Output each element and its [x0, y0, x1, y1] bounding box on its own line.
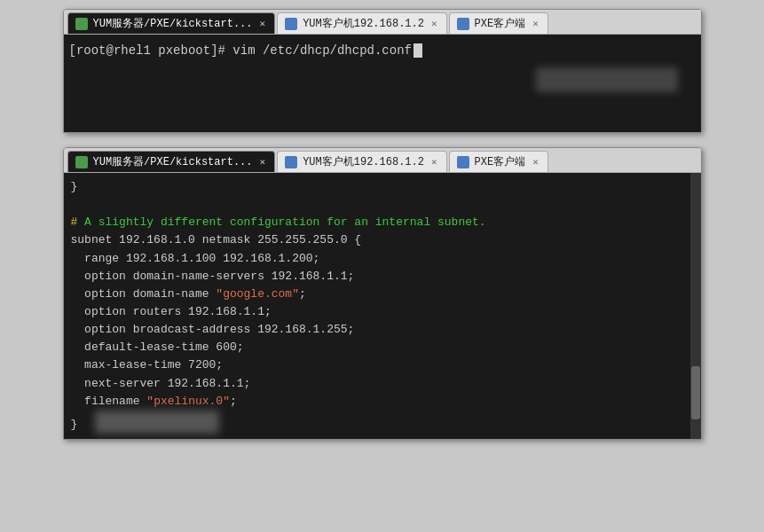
close-tab-3[interactable]: ✕: [532, 18, 539, 29]
close-tab-6[interactable]: ✕: [532, 156, 539, 168]
blurred-content-2: [95, 411, 219, 434]
code-line-next-server: next-server 192.168.1.1;: [71, 375, 694, 393]
scrollbar-thumb[interactable]: [691, 366, 700, 419]
tab-label-5: YUM客户机192.168.1.2: [303, 154, 424, 169]
tab-icon-3: [457, 18, 469, 30]
tab-label-6: PXE客户端: [475, 154, 526, 169]
close-tab-4[interactable]: ✕: [260, 156, 266, 168]
tab-yum-client-2[interactable]: YUM客户机192.168.1.2 ✕: [277, 151, 446, 172]
close-tab-1[interactable]: ✕: [260, 18, 266, 29]
code-line-close: }: [71, 416, 78, 434]
tab-pxe-client-1[interactable]: PXE客户端 ✕: [449, 12, 548, 34]
tab-label-1: YUM服务器/PXE/kickstart...: [93, 16, 253, 31]
tab-icon-4: [75, 156, 88, 168]
blurred-row-1: [69, 67, 696, 92]
scrollbar[interactable]: [690, 173, 701, 439]
tab-yum-server-2[interactable]: YUM服务器/PXE/kickstart... ✕: [67, 151, 276, 172]
cursor: [414, 43, 422, 58]
tab-bar-2: YUM服务器/PXE/kickstart... ✕ YUM客户机192.168.…: [64, 148, 701, 173]
code-line-routers: option routers 192.168.1.1;: [71, 303, 694, 321]
tab-icon-1: [75, 18, 88, 30]
tab-icon-6: [457, 156, 469, 168]
terminal-window-1: YUM服务器/PXE/kickstart... ✕ YUM客户机192.168.…: [63, 9, 702, 133]
prompt-line: [root@rhel1 pxeboot]# vim /etc/dhcp/dhcp…: [69, 42, 696, 60]
code-line-1: }: [71, 178, 694, 196]
tab-icon-5: [285, 156, 297, 168]
string-google: "google.com": [216, 287, 299, 301]
code-line-dns: option domain-name-servers 192.168.1.1;: [71, 268, 694, 286]
tab-icon-2: [285, 18, 297, 30]
terminal-window-2: YUM服务器/PXE/kickstart... ✕ YUM客户机192.168.…: [63, 147, 702, 440]
tab-label-4: YUM服务器/PXE/kickstart...: [93, 154, 253, 169]
code-line-default-lease: default-lease-time 600;: [71, 339, 694, 356]
terminal-body-2: } # A slightly different configuration f…: [64, 173, 701, 439]
code-line-subnet: subnet 192.168.1.0 netmask 255.255.255.0…: [71, 231, 694, 249]
tab-yum-client-1[interactable]: YUM客户机192.168.1.2 ✕: [277, 12, 446, 34]
code-line-blank: [71, 196, 694, 214]
tab-yum-server-1[interactable]: YUM服务器/PXE/kickstart... ✕: [67, 12, 276, 34]
close-tab-2[interactable]: ✕: [431, 18, 437, 29]
comment-hash: #: [71, 215, 78, 229]
tab-label-3: PXE客户端: [475, 16, 526, 31]
tab-bar-1: YUM服务器/PXE/kickstart... ✕ YUM客户机192.168.…: [64, 10, 701, 35]
close-tab-5[interactable]: ✕: [431, 156, 437, 168]
tab-pxe-client-2[interactable]: PXE客户端 ✕: [449, 151, 548, 172]
code-line-max-lease: max-lease-time 7200;: [71, 356, 694, 374]
terminal-body-1: [root@rhel1 pxeboot]# vim /etc/dhcp/dhcp…: [64, 35, 701, 132]
code-line-broadcast: option broadcast-address 192.168.1.255;: [71, 321, 694, 339]
code-line-range: range 192.168.1.100 192.168.1.200;: [71, 250, 694, 268]
code-line-filename: filename "pxelinux.0";: [71, 393, 694, 411]
tab-label-2: YUM客户机192.168.1.2: [303, 16, 424, 31]
code-line-comment: # A slightly different configuration for…: [71, 214, 694, 231]
blurred-content-1: [536, 67, 678, 92]
string-pxelinux: "pxelinux.0": [146, 395, 230, 408]
code-line-domain: option domain-name "google.com";: [71, 286, 694, 303]
prompt-text: [root@rhel1 pxeboot]# vim /etc/dhcp/dhcp…: [69, 43, 412, 58]
